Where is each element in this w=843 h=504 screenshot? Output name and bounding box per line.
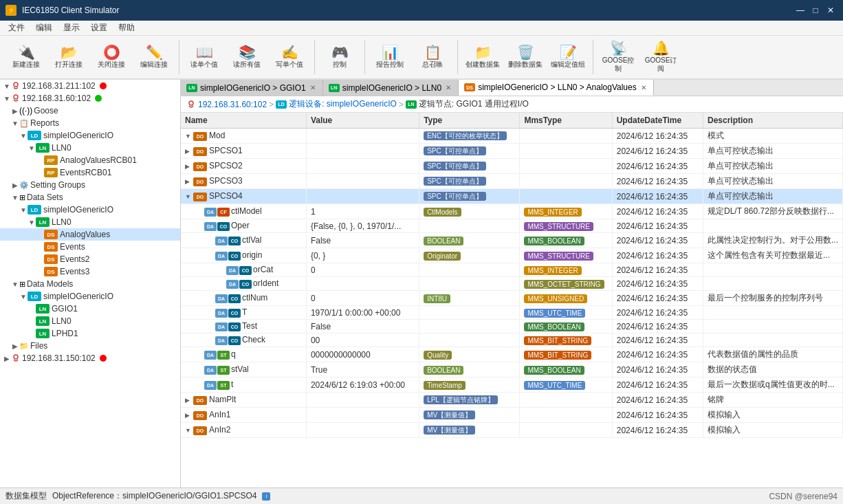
sidebar-item-rcb1[interactable]: RP AnalogValuesRCB01: [0, 154, 180, 166]
edit-connection-button[interactable]: ✏️ 编辑连接: [133, 38, 175, 76]
table-row[interactable]: ▶DOAnIn1MV【测量值】2024/6/12 16:24:35模拟输入: [181, 408, 843, 423]
table-row[interactable]: DACOorigin{0, }OriginatorMMS_STRUCTURE20…: [181, 248, 843, 263]
menu-edit[interactable]: 编辑: [30, 21, 58, 35]
ld-icon: LD: [28, 131, 41, 140]
sidebar-item-conn3[interactable]: ▶ 192.168.31.150:102: [0, 352, 180, 364]
sidebar-item-ds[interactable]: ▼ ⊞ Data Sets: [0, 191, 180, 204]
sidebar-item-goose[interactable]: ▶ ((·)) Goose: [0, 105, 180, 117]
table-row[interactable]: ▼DOModENC【可控的枚举状态】2024/6/12 16:24:35模式: [181, 129, 843, 144]
general-query-button[interactable]: 📋 总召唤: [412, 38, 453, 76]
table-row[interactable]: DACOctlValFalseBOOLEANMMS_BOOLEAN2024/6/…: [181, 233, 843, 248]
table-row[interactable]: DASTt2024/6/12 6:19:03 +00:00TimeStampMM…: [181, 377, 843, 393]
row-expand-icon[interactable]: ▶: [185, 178, 193, 185]
type-badge: CtlModels: [424, 208, 461, 217]
tab-ggio1-close[interactable]: ✕: [309, 84, 317, 91]
close-button[interactable]: ✕: [824, 3, 837, 17]
table-row[interactable]: DACOT1970/1/1 0:00:00 +00:00MMS_UTC_TIME…: [181, 306, 843, 320]
row-expand-icon[interactable]: ▶: [185, 163, 193, 170]
goose-subscribe-button[interactable]: 🔔 GOOSE订阅: [640, 38, 681, 76]
sidebar-item-av[interactable]: DS AnalogValues: [0, 228, 180, 241]
row-expand-icon[interactable]: ▶: [185, 397, 193, 404]
sidebar-item-lphd1[interactable]: LN LPHD1: [0, 327, 180, 340]
tab-lln0[interactable]: LN simpleIOGenericIO > LLN0 ✕: [323, 80, 459, 96]
table-row[interactable]: DACOorIdentMMS_OCTET_STRING2024/6/12 16:…: [181, 277, 843, 291]
table-row[interactable]: DASTq0000000000000QualityMMS_BIT_STRING2…: [181, 347, 843, 362]
ds-icon-av: DS: [44, 230, 58, 239]
goose-control-button[interactable]: 📡 GOOSE控制: [598, 38, 639, 76]
control-button[interactable]: 🎮 控制: [319, 38, 360, 76]
conn1-status-badge: [100, 83, 107, 89]
table-row[interactable]: DACOorCat0MMS_INTEGER2024/6/12 16:24:35: [181, 263, 843, 277]
table-row[interactable]: ▶DOSPCSO3SPC【可控单点】2024/6/12 16:24:35单点可控…: [181, 174, 843, 189]
expand-icon[interactable]: ▶: [11, 107, 19, 115]
sidebar-item-ld3[interactable]: ▼ LD simpleIOGenericIO: [0, 290, 180, 303]
menu-help[interactable]: 帮助: [113, 21, 140, 35]
toolbar-sep-3: [364, 40, 365, 74]
row-expand-icon[interactable]: ▼: [185, 427, 193, 434]
toolbar-sep-1: [179, 40, 179, 74]
read-single-button[interactable]: 📖 读单个值: [184, 38, 225, 76]
sidebar-item-rcb2[interactable]: RP EventsRCB01: [0, 166, 180, 179]
tab-analogvalues-close[interactable]: ✕: [639, 84, 648, 91]
table-row[interactable]: ▶DOSPCSO1SPC【可控单点】2024/6/12 16:24:35单点可控…: [181, 144, 843, 159]
table-row[interactable]: ▶DOSPCSO2SPC【可控单点】2024/6/12 16:24:35单点可控…: [181, 159, 843, 174]
sidebar-item-files[interactable]: ▶ 📁 Files: [0, 340, 180, 352]
conn3-status-badge: [100, 355, 107, 362]
sidebar-item-reports[interactable]: ▼ 📋 Reports: [0, 117, 180, 129]
row-icon: DO: [193, 193, 207, 201]
sidebar-item-conn2[interactable]: ▼ 192.168.31.60:102: [0, 92, 180, 105]
menu-view[interactable]: 显示: [58, 21, 85, 35]
sidebar-item-dm[interactable]: ▼ ⊞ Data Models: [0, 278, 180, 290]
sidebar-item-events[interactable]: DS Events: [0, 241, 180, 253]
tab-lln0-close[interactable]: ✕: [444, 84, 452, 91]
sidebar-item-lln0-dm[interactable]: LN LLN0: [0, 315, 180, 327]
table-row[interactable]: DACOTestFalseMMS_BOOLEAN2024/6/12 16:24:…: [181, 320, 843, 333]
delete-dataset-button[interactable]: 🗑️ 删除数据集: [505, 38, 546, 76]
tab-analogvalues[interactable]: DS simpleIOGenericIO > LLN0 > AnalogValu…: [459, 80, 654, 96]
tab-ggio1[interactable]: LN simpleIOGenericIO > GGIO1 ✕: [181, 80, 323, 96]
sidebar-item-sg[interactable]: ▶ ⚙️ Setting Groups: [0, 179, 180, 191]
new-connection-button[interactable]: 🔌 新建连接: [6, 38, 47, 76]
row-expand-icon[interactable]: ▶: [185, 412, 193, 419]
cell-mmstype: MMS_OCTET_STRING: [520, 277, 612, 291]
table-row[interactable]: ▼DOAnIn2MV【测量值】2024/6/12 16:24:35模拟输入: [181, 423, 843, 438]
expand-icon-reports[interactable]: ▼: [11, 120, 19, 127]
read-all-button[interactable]: 📚 读所有值: [226, 38, 267, 76]
sidebar-item-ggio1[interactable]: LN GGIO1: [0, 303, 180, 315]
edit-setpoint-label: 编辑定值组: [551, 61, 585, 69]
table-row[interactable]: DASTstValTrueBOOLEANMMS_BOOLEAN2024/6/12…: [181, 362, 843, 377]
sidebar-item-events2[interactable]: DS Events2: [0, 253, 180, 265]
table-row[interactable]: DACFctlModel1CtlModelsMMS_INTEGER2024/6/…: [181, 204, 843, 219]
breadcrumb-ld[interactable]: 逻辑设备: simpleIOGenericIO: [289, 98, 397, 110]
cell-datetime: 2024/6/12 16:24:35: [612, 291, 703, 306]
write-single-button[interactable]: ✍️ 写单个值: [269, 38, 310, 76]
table-row[interactable]: DACOctlNum0INT8UMMS_UNSIGNED2024/6/12 16…: [181, 291, 843, 306]
report-control-button[interactable]: 📊 报告控制: [369, 38, 410, 76]
edit-setpoint-button[interactable]: 📝 编辑定值组: [547, 38, 589, 76]
row-expand-icon[interactable]: ▼: [185, 193, 193, 200]
table-row[interactable]: ▼DOSPCSO4SPC【可控单点】2024/6/12 16:24:35单点可控…: [181, 189, 843, 204]
sidebar-item-ld1[interactable]: ▼ LD simpleIOGenericIO: [0, 129, 180, 142]
expand-icon[interactable]: ▼: [3, 83, 11, 90]
rp-icon2: RP: [44, 168, 58, 177]
tab-bar: LN simpleIOGenericIO > GGIO1 ✕ LN simple…: [181, 80, 843, 96]
sidebar-item-ld2[interactable]: ▼ LD simpleIOGenericIO: [0, 204, 180, 216]
menu-file[interactable]: 文件: [3, 21, 30, 35]
sidebar-item-events3[interactable]: DS Events3: [0, 265, 180, 278]
sidebar-item-lln0-ds[interactable]: ▼ LN LLN0: [0, 216, 180, 228]
table-row[interactable]: DACOCheck00MMS_BIT_STRING2024/6/12 16:24…: [181, 333, 843, 347]
menu-settings[interactable]: 设置: [85, 21, 113, 35]
table-row[interactable]: DACOOper{False, {0, }, 0, 1970/1/...MMS_…: [181, 219, 843, 233]
expand-icon[interactable]: ▼: [3, 95, 11, 102]
sidebar-item-lln0-reports[interactable]: ▼ LN LLN0: [0, 142, 180, 154]
breadcrumb-conn[interactable]: 192.168.31.60:102: [198, 100, 267, 109]
row-expand-icon[interactable]: ▶: [185, 148, 193, 155]
close-connection-button[interactable]: ⭕ 关闭连接: [91, 38, 132, 76]
table-row[interactable]: ▶DONamPltLPL【逻辑节点铭牌】2024/6/12 16:24:35铭牌: [181, 393, 843, 408]
minimize-button[interactable]: —: [793, 3, 807, 17]
maximize-button[interactable]: □: [809, 3, 822, 17]
create-dataset-button[interactable]: 📁 创建数据集: [462, 38, 503, 76]
open-connection-button[interactable]: 📂 打开连接: [48, 38, 89, 76]
sidebar-item-conn1[interactable]: ▼ 192.168.31.211:102: [0, 80, 180, 92]
row-expand-icon[interactable]: ▼: [185, 133, 193, 140]
